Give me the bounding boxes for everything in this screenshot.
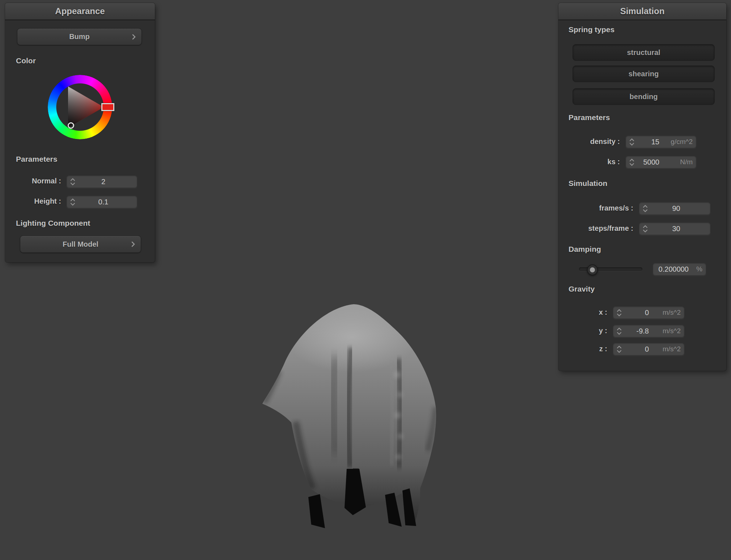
- spring-bending-button[interactable]: bending: [572, 88, 715, 105]
- damping-value: 0.200000: [653, 265, 692, 273]
- gravity-z-label: z :: [558, 343, 607, 355]
- gravity-label: Gravity: [569, 285, 595, 293]
- spring-bending-label: bending: [630, 93, 658, 101]
- stepper-up-icon: [643, 225, 648, 228]
- appearance-panel: Appearance Bump Color: [5, 3, 155, 262]
- ks-stepper[interactable]: [626, 158, 638, 166]
- frames-stepper[interactable]: [639, 205, 651, 212]
- density-input[interactable]: 15 g/cm^2: [625, 135, 697, 148]
- stepper-up-icon: [70, 178, 75, 181]
- spring-shearing-label: shearing: [629, 70, 659, 78]
- color-section-label: Color: [16, 56, 36, 65]
- ks-value: 5000: [638, 158, 662, 166]
- chevron-right-icon: [131, 241, 135, 247]
- gravity-y-stepper[interactable]: [613, 327, 625, 335]
- sv-triangle[interactable]: [56, 83, 104, 131]
- stepper-down-icon: [629, 143, 634, 146]
- ks-input[interactable]: 5000 N/m: [625, 156, 697, 169]
- appearance-panel-header[interactable]: Appearance: [5, 3, 155, 20]
- density-stepper[interactable]: [626, 138, 638, 146]
- stepper-up-icon: [629, 158, 634, 162]
- gravity-x-label: x :: [558, 306, 607, 318]
- height-value: 0.1: [79, 198, 128, 206]
- damping-slider-knob[interactable]: [587, 264, 598, 275]
- density-unit: g/cm^2: [662, 138, 696, 146]
- bump-dropdown-label: Bump: [69, 33, 90, 41]
- stepper-up-icon: [629, 138, 634, 141]
- gravity-y-input[interactable]: -9.8 m/s^2: [613, 324, 685, 338]
- gravity-z-stepper[interactable]: [613, 345, 625, 353]
- hue-cursor[interactable]: [101, 103, 114, 111]
- appearance-panel-title: Appearance: [55, 6, 105, 16]
- stepper-up-icon: [70, 198, 75, 201]
- normal-value: 2: [79, 178, 128, 186]
- gravity-x-value: 0: [625, 309, 652, 317]
- stepper-up-icon: [617, 309, 622, 312]
- simulation-panel-title: Simulation: [620, 6, 665, 16]
- sv-cursor[interactable]: [68, 122, 74, 129]
- gravity-y-label: y :: [558, 324, 607, 337]
- appearance-parameters-label: Parameters: [16, 155, 57, 164]
- gravity-z-input[interactable]: 0 m/s^2: [613, 343, 685, 356]
- gravity-z-unit: m/s^2: [652, 345, 684, 353]
- stepper-down-icon: [617, 332, 622, 335]
- height-label: Height :: [5, 195, 61, 207]
- spring-structural-button[interactable]: structural: [572, 44, 715, 61]
- normal-stepper[interactable]: [67, 178, 79, 186]
- simulation-panel-header[interactable]: Simulation: [558, 3, 726, 20]
- lighting-model-dropdown-button[interactable]: Full Model: [20, 236, 141, 253]
- ks-unit: N/m: [662, 158, 696, 166]
- stepper-down-icon: [617, 313, 622, 317]
- gravity-y-value: -9.8: [625, 327, 652, 335]
- gravity-x-input[interactable]: 0 m/s^2: [613, 306, 685, 319]
- frames-value: 90: [651, 204, 701, 213]
- damping-value-box[interactable]: 0.200000 %: [652, 263, 706, 276]
- height-input[interactable]: 0.1: [66, 195, 138, 208]
- spring-structural-label: structural: [627, 48, 660, 57]
- steps-label: steps/frame :: [558, 222, 633, 234]
- stepper-down-icon: [643, 229, 648, 233]
- spring-types-label: Spring types: [569, 25, 614, 34]
- cloth-render: [258, 299, 460, 534]
- steps-input[interactable]: 30: [639, 222, 711, 235]
- bump-dropdown-button[interactable]: Bump: [17, 28, 142, 45]
- damping-unit: %: [692, 265, 706, 273]
- color-wheel: [48, 75, 112, 139]
- steps-value: 30: [651, 225, 701, 233]
- lighting-component-label: Lighting Component: [16, 219, 90, 228]
- frames-label: frames/s :: [558, 202, 633, 214]
- sim-simulation-label: Simulation: [569, 179, 607, 188]
- chevron-right-icon: [132, 34, 136, 40]
- steps-stepper[interactable]: [639, 225, 651, 233]
- gravity-x-unit: m/s^2: [652, 309, 684, 317]
- stepper-down-icon: [617, 350, 622, 353]
- density-label: density :: [558, 135, 620, 148]
- damping-slider[interactable]: [579, 267, 642, 271]
- stepper-down-icon: [643, 209, 648, 212]
- stepper-up-icon: [643, 205, 648, 208]
- normal-input[interactable]: 2: [66, 175, 138, 188]
- gravity-z-value: 0: [625, 345, 652, 353]
- stepper-up-icon: [617, 327, 622, 331]
- density-value: 15: [638, 138, 662, 146]
- stepper-down-icon: [70, 203, 75, 206]
- gravity-x-stepper[interactable]: [613, 309, 625, 317]
- stepper-down-icon: [629, 163, 634, 166]
- ks-label: ks :: [558, 156, 620, 168]
- simulation-panel: Simulation Spring types structural shear…: [558, 3, 726, 371]
- frames-input[interactable]: 90: [639, 202, 711, 215]
- spring-shearing-button[interactable]: shearing: [572, 65, 715, 82]
- damping-label: Damping: [569, 245, 601, 254]
- lighting-model-label: Full Model: [63, 240, 98, 249]
- gravity-y-unit: m/s^2: [652, 327, 684, 335]
- normal-label: Normal :: [5, 175, 61, 187]
- stepper-down-icon: [70, 182, 75, 186]
- sim-parameters-label: Parameters: [569, 113, 610, 122]
- app-window: Appearance Bump Color: [0, 0, 731, 560]
- height-stepper[interactable]: [67, 198, 79, 206]
- stepper-up-icon: [617, 345, 622, 349]
